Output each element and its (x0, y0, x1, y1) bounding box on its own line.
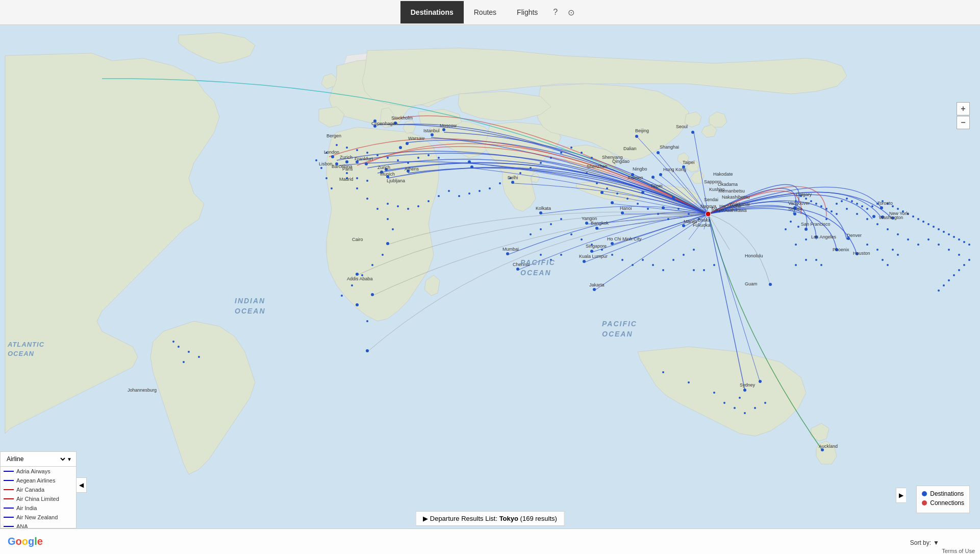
svg-text:OCEAN: OCEAN (520, 269, 551, 277)
connections-legend-item: Connections (922, 499, 964, 507)
svg-text:Istanbul: Istanbul (423, 128, 440, 133)
svg-point-125 (820, 264, 822, 266)
sort-by-control[interactable]: Sort by: ▼ (910, 539, 939, 546)
map-svg: Tokyo Beijing Shanghai Seoul Hong Kong T… (0, 25, 980, 554)
svg-point-82 (805, 238, 807, 240)
sidebar-header: Airline ▼ (1, 452, 76, 467)
svg-point-114 (943, 231, 945, 233)
departure-results-banner[interactable]: ▶ Departure Results List: Tokyo (169 res… (415, 511, 565, 526)
svg-point-68 (846, 208, 848, 210)
svg-point-34 (595, 227, 598, 230)
svg-point-192 (336, 144, 338, 146)
map-container[interactable]: Tokyo Beijing Shanghai Seoul Hong Kong T… (0, 25, 980, 554)
svg-text:Phoenix: Phoenix (833, 247, 849, 252)
nav-destinations[interactable]: Destinations (400, 1, 464, 23)
svg-point-15 (399, 146, 402, 149)
airline-list-item[interactable]: Air Canada (1, 485, 76, 494)
svg-point-174 (530, 233, 532, 235)
svg-text:Madrid: Madrid (339, 177, 354, 182)
nav-items: Destinations Routes Flights ? ⊙ (400, 1, 580, 25)
airline-list-item[interactable]: Air New Zealand (1, 513, 76, 522)
svg-point-80 (866, 244, 868, 246)
svg-point-132 (948, 279, 950, 281)
svg-point-213 (183, 361, 185, 363)
svg-point-24 (793, 212, 796, 215)
nav-flights[interactable]: Flights (507, 1, 548, 23)
svg-point-53 (611, 201, 614, 204)
destinations-legend-label: Destinations (930, 490, 964, 497)
svg-point-100 (871, 205, 873, 207)
bottom-bar: Google Sort by: ▼ Terms of Use (0, 528, 980, 554)
legend-toggle-icon: ▶ (899, 492, 903, 499)
svg-point-71 (876, 223, 878, 225)
svg-text:Mumbai: Mumbai (502, 247, 519, 252)
svg-point-121 (897, 254, 899, 256)
svg-point-116 (953, 236, 955, 238)
svg-point-118 (963, 241, 965, 243)
svg-text:Nagoya: Nagoya (700, 204, 716, 209)
svg-point-230 (739, 397, 741, 399)
settings-icon[interactable]: ⊙ (563, 1, 580, 25)
svg-point-12 (442, 128, 445, 131)
airline-list-item[interactable]: Adria Airways (1, 467, 76, 476)
svg-point-62 (371, 293, 374, 296)
svg-point-175 (570, 233, 572, 235)
airline-list-item[interactable]: Air India (1, 503, 76, 513)
svg-text:Lisbon: Lisbon (319, 161, 333, 166)
svg-text:Denver: Denver (847, 233, 862, 238)
dropdown-icon: ▼ (67, 456, 72, 462)
nav-routes[interactable]: Routes (464, 1, 507, 23)
legend-toggle[interactable]: ▶ (896, 488, 906, 503)
svg-point-58 (769, 283, 772, 286)
svg-point-206 (315, 159, 317, 161)
svg-point-44 (516, 268, 519, 271)
google-logo: Google (8, 536, 43, 547)
svg-point-31 (691, 131, 694, 134)
svg-text:Kushiro: Kushiro (709, 187, 725, 192)
svg-point-232 (754, 407, 756, 409)
sidebar-toggle[interactable]: ◀ (77, 477, 87, 493)
svg-text:Stockholm: Stockholm (391, 115, 413, 121)
svg-text:Frankfurt: Frankfurt (355, 156, 373, 161)
svg-point-66 (825, 218, 827, 220)
svg-text:Houston: Houston (853, 251, 870, 256)
airline-list-item[interactable]: Aegean Airlines (1, 476, 76, 485)
svg-point-88 (810, 200, 812, 202)
svg-point-122 (882, 259, 884, 261)
svg-point-45 (585, 222, 588, 225)
collapse-icon: ◀ (79, 481, 84, 489)
svg-point-185 (672, 259, 674, 261)
svg-point-3 (365, 162, 368, 165)
svg-point-204 (356, 177, 358, 179)
terms-of-use-link[interactable]: Terms of Use (942, 548, 975, 554)
airline-filter-select[interactable]: Airline (5, 455, 67, 463)
svg-point-10 (406, 142, 409, 145)
svg-point-29 (635, 135, 638, 138)
svg-point-167 (667, 218, 669, 220)
svg-point-65 (797, 226, 799, 228)
svg-point-97 (856, 203, 858, 205)
svg-text:OCEAN: OCEAN (235, 307, 266, 315)
svg-point-169 (688, 213, 690, 215)
svg-text:Seoul: Seoul (676, 124, 688, 129)
svg-point-2 (331, 155, 334, 158)
svg-text:Copenhagen: Copenhagen (371, 121, 398, 126)
airline-list-item[interactable]: Air China Limited (1, 494, 76, 503)
zoom-in-button[interactable]: + (957, 102, 970, 115)
svg-point-134 (938, 290, 940, 292)
svg-point-148 (489, 187, 491, 189)
svg-point-190 (540, 254, 542, 256)
svg-point-159 (586, 172, 588, 174)
svg-point-172 (550, 223, 552, 225)
svg-text:Yangon: Yangon (582, 216, 597, 221)
airline-list-item[interactable]: ANA (1, 522, 76, 528)
svg-text:Toronto: Toronto (877, 201, 893, 206)
svg-point-178 (601, 249, 603, 251)
svg-point-128 (968, 259, 970, 261)
svg-point-212 (198, 356, 200, 358)
svg-point-197 (387, 157, 389, 159)
zoom-out-button[interactable]: − (957, 116, 970, 129)
airline-name-label: Air India (16, 505, 37, 511)
help-icon[interactable]: ? (548, 1, 563, 24)
airline-list: Adria AirwaysAegean AirlinesAir CanadaAi… (1, 467, 76, 528)
